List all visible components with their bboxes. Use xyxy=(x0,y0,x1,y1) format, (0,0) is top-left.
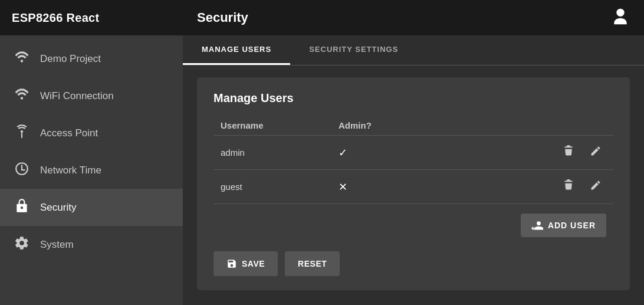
users-table: Username Admin? admin ✓ xyxy=(213,116,613,242)
reset-button[interactable]: RESET xyxy=(285,251,340,276)
sidebar-item-system[interactable]: System xyxy=(0,226,183,263)
tab-manage-users[interactable]: MANAGE USERS xyxy=(183,35,290,65)
delete-user-button[interactable] xyxy=(558,176,579,198)
actions-cell xyxy=(426,170,613,204)
tabs-bar: MANAGE USERS SECURITY SETTINGS xyxy=(183,35,644,65)
reset-button-label: RESET xyxy=(298,259,327,268)
check-icon: ✓ xyxy=(339,147,347,159)
clock-icon xyxy=(14,161,29,179)
lock-icon xyxy=(14,198,29,217)
content-area: Manage Users Username Admin? admin ✓ xyxy=(183,65,644,305)
card-title: Manage Users xyxy=(213,91,613,105)
edit-user-button[interactable] xyxy=(585,142,606,163)
cross-icon: ✕ xyxy=(339,181,347,193)
sidebar-item-demo-project[interactable]: Demo Project xyxy=(0,40,183,77)
sidebar-item-network-time-label: Network Time xyxy=(40,165,101,176)
page-title: Security xyxy=(197,10,248,25)
col-header-admin: Admin? xyxy=(331,116,426,136)
account-icon[interactable] xyxy=(611,7,630,28)
gear-icon xyxy=(14,235,29,254)
app-title: ESP8266 React xyxy=(0,0,183,35)
add-user-button-label: ADD USER xyxy=(548,221,596,230)
username-cell: guest xyxy=(213,170,331,204)
username-cell: admin xyxy=(213,136,331,170)
sidebar-item-security-label: Security xyxy=(40,202,76,214)
edit-user-button[interactable] xyxy=(585,176,606,198)
table-row: guest ✕ xyxy=(213,170,613,204)
admin-cell: ✓ xyxy=(331,136,426,170)
save-button-label: SAVE xyxy=(242,259,265,268)
sidebar-item-wifi-connection[interactable]: WiFi Connection xyxy=(0,77,183,114)
sidebar-item-security[interactable]: Security xyxy=(0,189,183,226)
sidebar-item-network-time[interactable]: Network Time xyxy=(0,152,183,189)
sidebar: ESP8266 React Demo Project WiFi Connecti… xyxy=(0,0,183,305)
wifi-icon xyxy=(14,87,29,105)
wifi-simple-icon xyxy=(14,50,29,68)
footer-buttons: SAVE RESET xyxy=(213,251,613,276)
table-row: admin ✓ xyxy=(213,136,613,170)
manage-users-card: Manage Users Username Admin? admin ✓ xyxy=(197,77,630,290)
col-header-actions xyxy=(426,116,613,136)
save-button[interactable]: SAVE xyxy=(213,251,278,276)
access-point-icon xyxy=(14,124,29,142)
tab-security-settings[interactable]: SECURITY SETTINGS xyxy=(290,35,417,65)
app-title-text: ESP8266 React xyxy=(12,11,99,25)
main-content: Security MANAGE USERS SECURITY SETTINGS … xyxy=(183,0,644,305)
add-user-row: ADD USER xyxy=(213,204,613,242)
col-header-username: Username xyxy=(213,116,331,136)
sidebar-item-access-point[interactable]: Access Point xyxy=(0,114,183,152)
sidebar-item-wifi-connection-label: WiFi Connection xyxy=(40,90,114,102)
add-user-button[interactable]: ADD USER xyxy=(521,214,606,237)
sidebar-item-access-point-label: Access Point xyxy=(40,127,98,139)
sidebar-item-demo-project-label: Demo Project xyxy=(40,53,101,65)
sidebar-nav: Demo Project WiFi Connection Access Poin… xyxy=(0,35,183,263)
sidebar-item-system-label: System xyxy=(40,239,74,251)
topbar: Security xyxy=(183,0,644,35)
actions-cell xyxy=(426,136,613,170)
admin-cell: ✕ xyxy=(331,170,426,204)
delete-user-button[interactable] xyxy=(558,142,579,163)
